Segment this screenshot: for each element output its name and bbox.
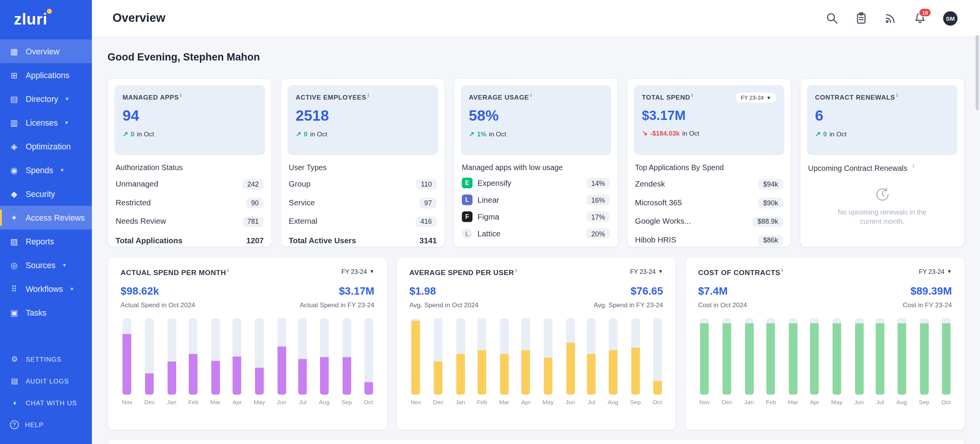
- sidebar-item-licenses[interactable]: ▥ Licenses ▾: [0, 111, 92, 134]
- bar-month-label: Oct: [941, 398, 951, 405]
- info-icon[interactable]: i: [368, 93, 369, 98]
- sidebar-nav: ▦ Overview ⊞ Applications ▤ Directory ▾ …: [0, 39, 92, 324]
- clipboard-icon[interactable]: [855, 12, 867, 25]
- delta-period: in Oct: [310, 130, 327, 138]
- chevron-down-icon: ▾: [63, 262, 65, 268]
- chevron-down-icon: ▼: [766, 95, 771, 100]
- applications-icon: ⊞: [9, 70, 20, 80]
- chart-stat-right: $3.17M Actual Spend in FY 23-24: [300, 285, 374, 308]
- avatar[interactable]: SM: [943, 11, 958, 26]
- bar-month-label: Mar: [788, 398, 798, 405]
- stat-panel: AVERAGE USAGEi 58% ↗ 1% in Oct: [461, 85, 611, 155]
- optimization-icon: ◈: [9, 142, 20, 151]
- scrollbar[interactable]: [976, 35, 979, 110]
- sidebar-item-sources[interactable]: ◎ Sources ▾: [0, 253, 92, 277]
- bar-column: Jul: [876, 318, 885, 405]
- bar-track: [789, 318, 797, 395]
- chart-card-average-spend-per-user: AVERAGE SPEND PER USERi FY 23-24▼ $1.98 …: [396, 257, 676, 430]
- sidebar-item-audit-logs[interactable]: ▤ AUDIT LOGS: [0, 370, 92, 392]
- total-row: Total Applications1207: [114, 232, 265, 249]
- info-icon[interactable]: i: [530, 93, 532, 98]
- bar: [587, 354, 596, 395]
- top-bar: Overview 10 SM: [92, 0, 980, 36]
- bar-month-label: May: [542, 398, 554, 405]
- bar: [412, 321, 420, 395]
- stat-label: Cost in FY 23-24: [903, 301, 952, 308]
- trend-up-icon: ↗: [296, 130, 301, 138]
- chart-stat-left: $98.62k Actual Spend in Oct 2024: [121, 285, 195, 308]
- bar-column: Jun: [565, 318, 575, 405]
- fiscal-year-dropdown[interactable]: FY 23-24▼: [630, 269, 663, 275]
- sidebar-item-access-reviews[interactable]: ✦ Access Reviews: [0, 206, 92, 229]
- app-name: Expensify: [477, 179, 511, 187]
- fiscal-year-dropdown[interactable]: FY 23-24▼: [341, 269, 374, 275]
- info-icon[interactable]: i: [896, 93, 898, 98]
- bar-track: [255, 318, 264, 395]
- sidebar-item-security[interactable]: ◆ Security: [0, 182, 92, 206]
- app-usage-pill: 20%: [586, 228, 610, 239]
- info-icon[interactable]: i: [227, 268, 229, 274]
- sidebar-item-settings[interactable]: ⚙ SETTINGS: [0, 348, 92, 370]
- bar-column: Feb: [766, 318, 776, 405]
- trend-up-icon: ↗: [122, 130, 128, 138]
- info-icon[interactable]: i: [180, 93, 181, 98]
- stat-value: $98.62k: [121, 285, 195, 298]
- licenses-icon: ▥: [9, 118, 20, 127]
- bar-column: Oct: [364, 318, 373, 405]
- sidebar-item-label: Overview: [26, 47, 59, 56]
- kpi-delta: ↗ 0 in Oct: [122, 130, 257, 138]
- bar-column: Mar: [211, 318, 221, 405]
- linear-app-icon: L: [462, 195, 473, 205]
- sidebar-item-chat-with-us[interactable]: ◖ CHAT WITH US: [0, 392, 92, 413]
- kpi-label: MANAGED APPSi: [122, 93, 182, 101]
- sidebar-item-help[interactable]: ? HELP: [0, 413, 92, 435]
- bar-column: Sep: [919, 318, 929, 405]
- sidebar-item-tasks[interactable]: ▣ Tasks: [0, 301, 92, 324]
- fiscal-year-dropdown[interactable]: FY 23-24▼: [919, 269, 952, 275]
- bar-column: Jun: [277, 318, 286, 405]
- bar-month-label: Apr: [810, 398, 819, 405]
- sources-icon: ◎: [9, 261, 20, 270]
- bar-track: [412, 318, 420, 395]
- info-icon[interactable]: i: [913, 163, 914, 169]
- row-value-pill: $90k: [758, 197, 783, 208]
- app-usage-pill: 14%: [586, 178, 610, 188]
- bar-month-label: Feb: [188, 398, 199, 405]
- logo-text: zluri: [14, 10, 47, 28]
- bar-column: Nov: [411, 318, 421, 405]
- kpi-delta: ↗ 0 in Oct: [296, 130, 430, 138]
- chat-bubble-icon: ◖: [10, 398, 19, 407]
- main-content: Good Evening, Stephen Mahon MANAGED APPS…: [92, 36, 980, 444]
- bar-track: [364, 318, 373, 395]
- sidebar-item-optimization[interactable]: ◈ Optimization: [0, 134, 92, 158]
- fy-label: FY 23-24: [741, 95, 764, 101]
- sidebar-item-applications[interactable]: ⊞ Applications: [0, 63, 92, 87]
- greeting-text: Good Evening, Stephen Mahon: [108, 51, 966, 63]
- row-name: Unmanaged: [116, 180, 158, 188]
- search-icon[interactable]: [826, 12, 838, 25]
- stat-label: Actual Spend in Oct 2024: [121, 301, 195, 308]
- bar-track: [897, 318, 906, 395]
- sidebar-item-directory[interactable]: ▤ Directory ▾: [0, 87, 92, 111]
- sidebar-item-overview[interactable]: ▦ Overview: [0, 39, 92, 63]
- notifications-bell-icon[interactable]: 10: [914, 12, 926, 25]
- bar: [855, 324, 864, 395]
- sidebar-item-workflows[interactable]: ⠿ Workflows ▾: [0, 277, 92, 301]
- next-section-card: [108, 439, 966, 444]
- chart-card-cost-of-contracts: COST OF CONTRACTSi FY 23-24▼ $7.4M Cost …: [685, 257, 965, 430]
- stat-panel: TOTAL SPENDi FY 23-24 ▼ $3.17M ↘ -$184.0…: [634, 85, 784, 155]
- sidebar-item-reports[interactable]: ▨ Reports: [0, 229, 92, 253]
- bar-column: Nov: [122, 318, 132, 405]
- row-value-pill: 416: [415, 216, 437, 227]
- info-icon[interactable]: i: [782, 268, 783, 274]
- workflows-icon: ⠿: [9, 284, 20, 293]
- help-icon: ?: [10, 420, 19, 429]
- fiscal-year-dropdown[interactable]: FY 23-24 ▼: [736, 93, 776, 103]
- rss-feed-icon[interactable]: [884, 12, 897, 25]
- sidebar-item-spends[interactable]: ◉ Spends ▾: [0, 158, 92, 182]
- bar-track: [233, 318, 242, 395]
- zluri-logo: zluri: [0, 0, 47, 37]
- info-icon[interactable]: i: [515, 268, 517, 274]
- info-icon[interactable]: i: [691, 93, 693, 98]
- bar-month-label: May: [254, 398, 265, 405]
